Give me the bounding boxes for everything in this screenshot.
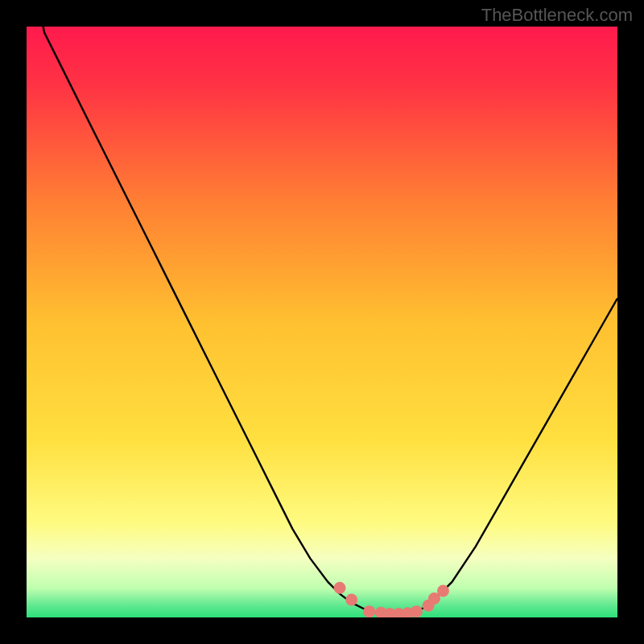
marker-point (437, 584, 449, 597)
marker-point (345, 593, 357, 605)
marker-point (334, 582, 346, 594)
watermark-text: TheBottleneck.com (481, 5, 633, 26)
marker-point (411, 605, 423, 617)
marker-point (363, 605, 375, 617)
chart-svg (27, 27, 617, 617)
chart-background (27, 27, 617, 617)
chart-plot-area (27, 27, 617, 617)
